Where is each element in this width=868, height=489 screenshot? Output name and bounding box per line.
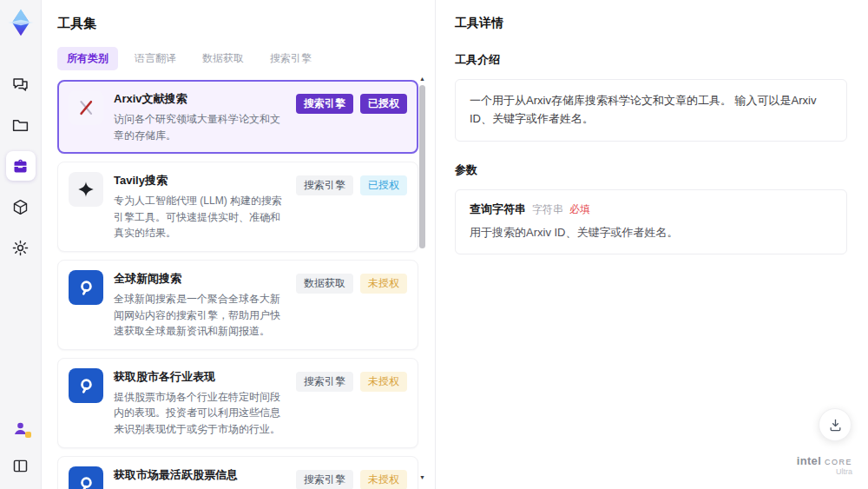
category-badge: 搜索引擎	[296, 470, 353, 489]
tool-description: 访问各个研究领域大量科学论文和文章的存储库。	[114, 111, 286, 143]
cube-icon[interactable]	[6, 192, 36, 221]
toolbox-icon[interactable]	[6, 151, 36, 181]
folder-icon[interactable]	[6, 110, 36, 140]
tool-description: 专为人工智能代理 (LLM) 构建的搜索引擎工具。可快速提供实时、准确和真实的结…	[114, 193, 286, 241]
arxiv-logo-icon	[69, 90, 103, 125]
scrollbar-thumb[interactable]	[419, 85, 425, 248]
tool-description: 全球新闻搜索是一个聚合全球各大新闻网站内容的搜索引擎，帮助用户快速获取全球最新资…	[114, 291, 286, 340]
rail-bottom	[6, 413, 36, 480]
tool-detail-panel: 工具详情 工具介绍 一个用于从Arxiv存储库搜索科学论文和文章的工具。 输入可…	[436, 0, 868, 489]
detail-title: 工具详情	[455, 16, 847, 31]
category-tab[interactable]: 所有类别	[57, 47, 118, 70]
category-badge: 搜索引擎	[296, 94, 353, 114]
tool-name: Arxiv文献搜索	[114, 91, 286, 107]
chat-icon[interactable]	[6, 69, 36, 99]
category-tab[interactable]: 语言翻译	[125, 47, 186, 70]
params-heading: 参数	[455, 162, 847, 178]
sparkle-icon	[69, 172, 103, 207]
category-tab[interactable]: 数据获取	[193, 47, 253, 70]
intel-core-logo: intel core Ultra	[797, 455, 852, 477]
auth-badge: 未授权	[360, 274, 407, 294]
category-badge: 搜索引擎	[296, 175, 353, 195]
tool-card[interactable]: 获取股市各行业表现 提供股票市场各个行业在特定时间段内的表现。投资者可以利用这些…	[57, 358, 418, 448]
category-tab[interactable]: 搜索引擎	[260, 47, 321, 70]
download-button[interactable]	[819, 408, 852, 441]
intro-heading: 工具介绍	[455, 52, 847, 68]
search-q-icon	[69, 466, 103, 489]
tool-name: 获取股市各行业表现	[114, 369, 286, 385]
left-rail	[0, 0, 42, 489]
category-badge: 搜索引擎	[296, 372, 353, 392]
scroll-down-arrow[interactable]: ▼	[418, 473, 427, 482]
auth-badge: 已授权	[360, 94, 407, 114]
brand-core: core	[825, 454, 852, 467]
param-required-badge: 必填	[569, 202, 590, 217]
search-q-icon	[69, 270, 103, 305]
brand-intel: intel	[797, 454, 821, 467]
param-name: 查询字符串	[470, 202, 526, 217]
search-q-icon	[69, 368, 103, 403]
category-badge: 数据获取	[296, 274, 353, 294]
tool-card[interactable]: Arxiv文献搜索 访问各个研究领域大量科学论文和文章的存储库。 搜索引擎 已授…	[57, 80, 418, 154]
avatar-status-dot	[25, 432, 31, 438]
tool-name: 全球新闻搜索	[114, 271, 286, 287]
tool-card[interactable]: 全球新闻搜索 全球新闻搜索是一个聚合全球各大新闻网站内容的搜索引擎，帮助用户快速…	[57, 260, 418, 350]
param-description: 用于搜索的Arxiv ID、关键字或作者姓名。	[470, 225, 832, 241]
auth-badge: 未授权	[360, 372, 407, 392]
category-tabs: 所有类别语言翻译数据获取搜索引擎	[57, 47, 435, 70]
auth-badge: 未授权	[360, 470, 407, 489]
user-icon[interactable]	[6, 413, 36, 443]
scroll-up-arrow[interactable]: ▲	[418, 75, 427, 83]
scrollbar[interactable]: ▲ ▼	[418, 75, 427, 482]
rail-nav	[6, 69, 36, 262]
tool-list: Arxiv文献搜索 访问各个研究领域大量科学论文和文章的存储库。 搜索引擎 已授…	[57, 80, 418, 489]
gear-icon[interactable]	[6, 233, 36, 262]
brand-sub: Ultra	[797, 468, 852, 477]
page-title: 工具集	[57, 16, 435, 32]
parameter-card: 查询字符串 字符串 必填 用于搜索的Arxiv ID、关键字或作者姓名。	[455, 189, 847, 254]
param-type: 字符串	[532, 202, 563, 217]
tool-intro-text: 一个用于从Arxiv存储库搜索科学论文和文章的工具。 输入可以是Arxiv ID…	[455, 79, 847, 142]
tool-card[interactable]: Tavily搜索 专为人工智能代理 (LLM) 构建的搜索引擎工具。可快速提供实…	[57, 162, 418, 252]
tool-name: 获取市场最活跃股票信息	[114, 467, 286, 483]
panel-toggle-icon[interactable]	[6, 451, 36, 480]
auth-badge: 已授权	[360, 175, 407, 195]
app-logo	[5, 7, 36, 38]
tool-name: Tavily搜索	[114, 173, 286, 188]
tool-card[interactable]: 获取市场最活跃股票信息 提供当天交易量最高的股票列表，投资者可以利用这些信息来识…	[57, 456, 418, 489]
tool-list-panel: 工具集 所有类别语言翻译数据获取搜索引擎 Arxiv文献搜索 访问各个研究领域大…	[42, 0, 436, 489]
app-window: 工具集 所有类别语言翻译数据获取搜索引擎 Arxiv文献搜索 访问各个研究领域大…	[0, 0, 868, 489]
tool-description: 提供股票市场各个行业在特定时间段内的表现。投资者可以利用这些信息来识别表现优于或…	[114, 389, 286, 438]
